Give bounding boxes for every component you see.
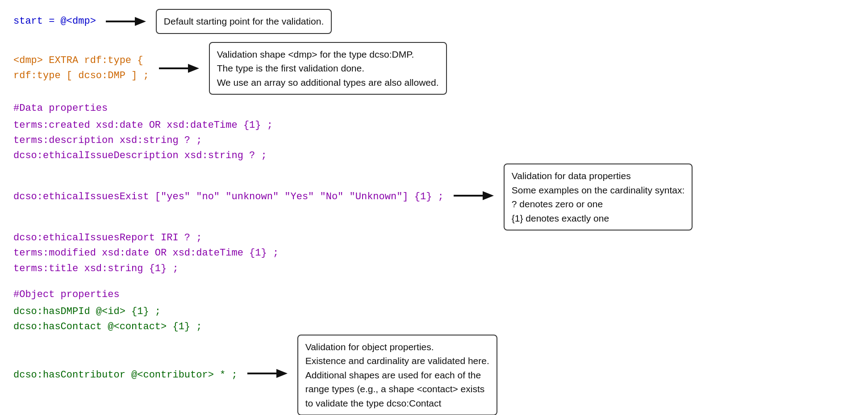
dmp-ann-line2: The type is the first validation done. — [217, 61, 439, 75]
dp-arrow — [454, 189, 494, 205]
op-ann-line2: Existence and cardinality are validated … — [305, 354, 489, 368]
op-line-1-block: dcso:hasContact @<contact> {1} ; dcso:ha… — [13, 319, 855, 415]
op-ann-line5: to validate the type dcso:Contact — [305, 396, 489, 411]
object-properties-with-annotation: dcso:hasDMPId @<id> {1} ; dcso:hasContac… — [13, 304, 855, 415]
svg-marker-1 — [135, 17, 146, 26]
dmp-ann-line1: Validation shape <dmp> for the type dcso… — [217, 47, 439, 62]
start-code: start = @<dmp> — [13, 14, 96, 29]
dp-line-5: terms:modified xsd:date OR xsd:dateTime … — [13, 246, 693, 261]
dp-line-6: terms:title xsd:string {1} ; — [13, 261, 693, 277]
page-container: start = @<dmp> Default starting point fo… — [13, 9, 855, 415]
arrow-svg — [106, 15, 146, 28]
dp-ann-line2: Some examples on the cardinality syntax: — [512, 183, 685, 197]
object-properties-annotation: Validation for object properties. Existe… — [297, 335, 497, 415]
dmp-shape-code: <dmp> EXTRA rdf:type { rdf:type [ dcso:D… — [13, 53, 149, 84]
start-arrow — [106, 15, 146, 28]
dp-line-4: dcso:ethicalIssuesReport IRI ? ; — [13, 231, 693, 246]
dp-line-3-row: dcso:ethicalIssuesExist ["yes" "no" "unk… — [13, 163, 693, 231]
dp-ann-line3: ? denotes zero or one — [512, 197, 685, 211]
object-properties-section: #Object properties dcso:hasDMPId @<id> {… — [13, 287, 855, 415]
start-row: start = @<dmp> Default starting point fo… — [13, 9, 855, 34]
dp-ann-line1: Validation for data properties — [512, 169, 685, 183]
dp-line-0: terms:created xsd:date OR xsd:dateTime {… — [13, 118, 693, 133]
dmp-ann-line3: We use an array so additional types are … — [217, 75, 439, 90]
data-properties-with-annotation: terms:created xsd:date OR xsd:dateTime {… — [13, 118, 855, 277]
start-annotation: Default starting point for the validatio… — [156, 9, 332, 34]
dmp-shape-line1: <dmp> EXTRA rdf:type { — [13, 53, 149, 68]
op-line-1: dcso:hasContact @<contact> {1} ; — [13, 319, 497, 335]
arrow-svg-4 — [247, 367, 288, 380]
dp-line-2: dcso:ethicalIssueDescription xsd:string … — [13, 148, 693, 163]
dmp-shape-line2: rdf:type [ dcso:DMP ] ; — [13, 68, 149, 84]
op-ann-line3: Additional shapes are used for each of t… — [305, 368, 489, 382]
data-properties-annotation: Validation for data properties Some exam… — [504, 163, 693, 231]
op-arrow — [247, 367, 288, 383]
dmp-shape-arrow — [159, 62, 199, 75]
object-properties-comment: #Object properties — [13, 287, 855, 302]
dp-line-1: terms:description xsd:string ? ; — [13, 133, 693, 148]
dp-line-3: dcso:ethicalIssuesExist ["yes" "no" "unk… — [13, 189, 444, 205]
op-ann-line1: Validation for object properties. — [305, 340, 489, 354]
svg-marker-5 — [483, 191, 494, 200]
data-properties-section: #Data properties terms:created xsd:date … — [13, 101, 855, 277]
svg-marker-7 — [276, 369, 288, 378]
data-properties-lines: terms:created xsd:date OR xsd:dateTime {… — [13, 118, 693, 277]
op-lines-left: dcso:hasContact @<contact> {1} ; dcso:ha… — [13, 319, 497, 415]
op-line-2: dcso:hasContributor @<contributor> * ; — [13, 368, 238, 383]
arrow-svg-2 — [159, 62, 199, 75]
dp-ann-line4: {1} denotes exactly one — [512, 211, 685, 226]
op-ann-line4: range types (e.g., a shape <contact> exi… — [305, 382, 489, 396]
dmp-shape-annotation: Validation shape <dmp> for the type dcso… — [209, 42, 447, 95]
op-line-2-row: dcso:hasContributor @<contributor> * ; V… — [13, 335, 497, 415]
data-properties-comment: #Data properties — [13, 101, 855, 116]
op-line-0: dcso:hasDMPId @<id> {1} ; — [13, 304, 855, 319]
svg-marker-3 — [188, 64, 199, 73]
dmp-shape-row: <dmp> EXTRA rdf:type { rdf:type [ dcso:D… — [13, 42, 855, 95]
arrow-svg-3 — [454, 189, 494, 202]
